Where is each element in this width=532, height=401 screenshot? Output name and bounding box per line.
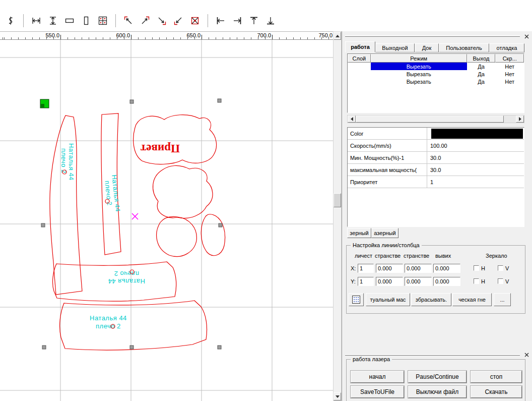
col-header-mirror: Зеркало [486, 253, 507, 259]
layer-hide-cell[interactable]: Нет [495, 63, 524, 70]
x-count-input[interactable] [358, 264, 374, 273]
col-header-output[interactable]: Выход [467, 54, 496, 63]
property-row: Мин. Мощность(%)-1 30.0 [348, 152, 524, 164]
piece-label-left[interactable]: Наталья 44 плечо 2 [60, 143, 75, 181]
piece-label-bottom[interactable]: Наталья 44 плечо 2 [90, 314, 127, 330]
vertical-scroll-thumb[interactable] [334, 193, 341, 207]
move-center-icon[interactable] [187, 14, 203, 28]
y-count-input[interactable] [358, 277, 374, 286]
drawing-canvas[interactable]: Наталья 44 плечо 2 Наталья 44 плечо 2 На… [0, 40, 333, 401]
save-to-ufile-button[interactable]: SaveToUFile [351, 386, 404, 398]
virtual-array-grid-button[interactable] [349, 293, 364, 306]
line-column-group: Настройка линии/столбца личест странстве… [346, 245, 525, 314]
layer-row[interactable]: Вырезать Да Нет [348, 70, 524, 78]
start-button[interactable]: начал [351, 371, 404, 383]
move-top-right-icon[interactable] [138, 14, 153, 28]
tab-work[interactable]: работа [345, 41, 375, 52]
horizontal-scroll-thumb[interactable] [356, 116, 504, 123]
y-mirror-h-checkbox[interactable] [474, 278, 479, 284]
layer-hide-cell[interactable]: Нет [495, 78, 524, 85]
x-offset-input[interactable] [433, 264, 460, 273]
pattern-piece-bottom-band[interactable] [60, 301, 207, 350]
y-mirror-v-checkbox[interactable] [498, 278, 503, 284]
scroll-up-button[interactable] [334, 32, 341, 40]
s-curve-tool-icon[interactable] [3, 14, 18, 28]
layer-output-cell[interactable]: Да [467, 78, 496, 85]
rect-vertical-icon[interactable] [79, 14, 94, 28]
stop-button[interactable]: стоп [471, 371, 522, 383]
panel-grip[interactable] [345, 35, 520, 37]
layer-property-grid: Color Скорость(mm/s) 100.00 Мин. Мощност… [347, 127, 524, 227]
move-top-left-icon[interactable] [121, 14, 136, 28]
canvas-vertical-scrollbar[interactable] [333, 31, 342, 401]
mode-tab-2[interactable]: азерный [371, 228, 398, 238]
x-mirror-h-checkbox[interactable] [474, 265, 479, 271]
tab-user[interactable]: Пользователь [439, 43, 489, 52]
layer-mode-cell[interactable]: Вырезать [371, 78, 467, 85]
piece-label-narrow[interactable]: Наталья 44 плечо 2 [103, 175, 122, 213]
virtual-array-button[interactable]: туальный мас [366, 293, 410, 306]
layer-row[interactable]: Вырезать Да Нет [348, 78, 524, 85]
nesting-button[interactable]: ческая гне [452, 293, 492, 306]
property-value[interactable] [427, 128, 524, 139]
align-right-icon[interactable] [230, 14, 245, 28]
x-mirror-v-checkbox[interactable] [498, 265, 503, 271]
panel-grip[interactable] [345, 354, 520, 356]
layer-mode-cell[interactable]: Вырезать [371, 63, 467, 70]
align-bottom-icon[interactable] [263, 14, 278, 28]
rect-horizontal-icon[interactable] [62, 14, 77, 28]
scroll-down-button[interactable] [334, 392, 341, 400]
download-button[interactable]: Скачать [471, 386, 522, 398]
pattern-piece-mid-blob[interactable] [153, 165, 213, 218]
layer-output-cell[interactable]: Да [467, 63, 496, 70]
reset-button[interactable]: збрасывать. [411, 293, 451, 306]
property-value[interactable]: 30.0 [427, 152, 524, 163]
array-grid-icon[interactable] [95, 14, 110, 28]
scroll-left-button[interactable] [348, 116, 356, 123]
pause-continue-button[interactable]: Pause/Continue [408, 371, 467, 383]
hello-text[interactable]: Привет [140, 142, 180, 155]
layer-output-cell[interactable]: Да [467, 70, 496, 78]
layer-table-hscrollbar[interactable] [347, 115, 524, 123]
scale-width-icon[interactable] [29, 14, 44, 28]
pattern-piece-round-blob-left[interactable] [157, 216, 197, 256]
tab-output[interactable]: Выходной [375, 43, 415, 52]
color-swatch[interactable] [431, 129, 523, 139]
piece-label-middle-mirrored[interactable]: Наталья 44 плечо 2 [108, 270, 145, 285]
move-bottom-right-icon[interactable] [154, 14, 169, 28]
scale-height-icon[interactable] [45, 14, 60, 28]
mode-tab-1[interactable]: зерный [347, 228, 371, 238]
move-bottom-left-icon[interactable] [171, 14, 186, 28]
property-value[interactable]: 100.00 [427, 140, 524, 151]
y-offset-input[interactable] [433, 277, 460, 286]
property-value[interactable]: 1 [427, 176, 524, 188]
scroll-right-button[interactable] [516, 116, 524, 123]
tab-doc[interactable]: Док [415, 43, 439, 52]
y-mirror-h-label: H [481, 278, 485, 284]
center-cross-marker [132, 213, 138, 219]
col-header-layer[interactable]: Слой [348, 54, 371, 63]
more-options-button[interactable]: ... [494, 293, 511, 306]
y-space2-input[interactable] [405, 277, 432, 286]
tab-debug[interactable]: отладка [489, 43, 524, 52]
align-top-icon[interactable] [246, 14, 261, 28]
property-value[interactable]: 30.0 [427, 164, 524, 176]
y-space1-input[interactable] [376, 277, 403, 286]
panel-close-icon[interactable] [523, 33, 530, 40]
layer-mode-cell[interactable]: Вырезать [371, 70, 467, 78]
layer-hide-cell[interactable]: Нет [495, 70, 524, 78]
toolbar-separator [208, 14, 208, 27]
pattern-piece-hello-blob[interactable] [134, 115, 217, 164]
col-header-hide[interactable]: Скр... [495, 54, 524, 63]
col-header-mode[interactable]: Режим [371, 54, 467, 63]
y-mirror-v-label: V [505, 278, 509, 284]
laser-panel-close-icon[interactable] [523, 351, 530, 358]
align-left-icon[interactable] [213, 14, 228, 28]
property-row: Скорость(mm/s) 100.00 [348, 140, 524, 152]
x-space1-input[interactable] [376, 264, 403, 273]
x-mirror-h-label: H [481, 265, 485, 271]
layer-row[interactable]: Вырезать Да Нет [348, 63, 524, 70]
pattern-piece-round-blob-right[interactable] [201, 214, 225, 256]
x-space2-input[interactable] [405, 264, 432, 273]
output-file-button[interactable]: Выключи файл [408, 386, 467, 398]
